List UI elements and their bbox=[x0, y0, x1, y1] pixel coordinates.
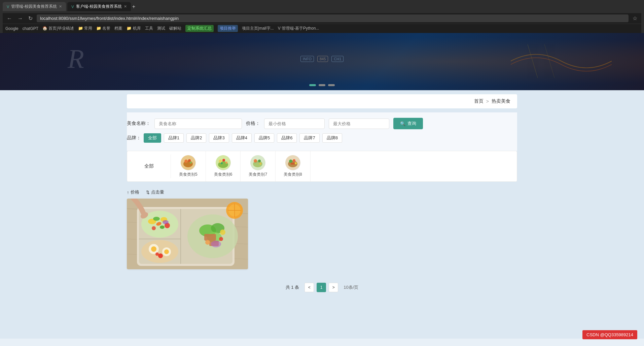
search-icon: 🔍 bbox=[400, 121, 405, 126]
brand-filter-row: 品牌： 全部 品牌1 品牌2 品牌3 品牌4 品牌5 品牌6 品牌7 品牌8 bbox=[127, 133, 517, 143]
svg-point-38 bbox=[152, 226, 156, 230]
svg-rect-54 bbox=[204, 234, 216, 241]
tab-admin[interactable]: V 管理端-校园美食推荐系统 ✕ bbox=[3, 2, 66, 11]
category-item-5[interactable]: 美食类别5 bbox=[171, 151, 206, 181]
back-button[interactable]: ← bbox=[5, 15, 13, 22]
svg-point-48 bbox=[158, 253, 163, 258]
bookmark-crack[interactable]: 破解站 bbox=[169, 26, 181, 31]
bookmark-chatgpt[interactable]: chatGPT bbox=[23, 26, 38, 31]
svg-point-17 bbox=[258, 160, 261, 162]
address-bar-row: ← → ↻ ☆ bbox=[3, 13, 641, 24]
tab-admin-close[interactable]: ✕ bbox=[59, 4, 62, 9]
svg-point-12 bbox=[225, 162, 227, 164]
sort-price-label: 价格 bbox=[131, 189, 139, 195]
bookmark-common[interactable]: 📁 常用 bbox=[78, 26, 92, 31]
category-all[interactable]: 全部 bbox=[127, 154, 171, 178]
food-name-input[interactable] bbox=[154, 118, 242, 129]
search-button[interactable]: 🔍 查询 bbox=[393, 118, 423, 129]
banner-dot-2[interactable] bbox=[319, 84, 325, 86]
svg-point-22 bbox=[293, 159, 295, 162]
tab-client-close[interactable]: ✕ bbox=[124, 4, 127, 9]
sort-clicks-label: 点击量 bbox=[151, 189, 164, 195]
brand-tag-6[interactable]: 品牌6 bbox=[277, 133, 297, 143]
bookmark-home[interactable]: 🏠 首页|毕业稿述 bbox=[42, 26, 74, 31]
category-items: 美食类别5 bbox=[171, 151, 517, 181]
csdn-watermark: CSDN @QQ335989214 bbox=[582, 330, 637, 339]
category-item-6[interactable]: 美食类别6 bbox=[206, 151, 241, 181]
category-img-6 bbox=[216, 155, 231, 170]
svg-point-23 bbox=[295, 162, 297, 164]
breadcrumb-home[interactable]: 首页 bbox=[474, 98, 484, 104]
category-img-8 bbox=[285, 155, 300, 170]
min-price-input[interactable] bbox=[264, 118, 325, 129]
bookmark-google[interactable]: Google bbox=[5, 26, 19, 31]
price-label: 价格： bbox=[246, 120, 260, 127]
category-img-5 bbox=[181, 155, 196, 170]
sort-price[interactable]: ↑ 价格 bbox=[127, 189, 139, 195]
category-grid: 全部 美食类别5 bbox=[127, 151, 517, 181]
bookmarks-bar: Google chatGPT 🏠 首页|毕业稿述 📁 常用 📁 名誉 档案 📁 … bbox=[3, 24, 641, 33]
category-name-7: 美食类别7 bbox=[249, 172, 267, 177]
bookmark-hangar[interactable]: 📁 机库 bbox=[127, 26, 141, 31]
product-card-1[interactable] bbox=[127, 199, 248, 269]
bookmark-custom[interactable]: 定制系统汇总 bbox=[185, 25, 214, 32]
brand-tag-8[interactable]: 品牌8 bbox=[322, 133, 342, 143]
category-img-7 bbox=[250, 155, 265, 170]
brand-tag-1[interactable]: 品牌1 bbox=[164, 133, 184, 143]
max-price-input[interactable] bbox=[329, 118, 389, 129]
tab-admin-label: 管理端-校园美食推荐系统 bbox=[11, 4, 57, 9]
next-page-button[interactable]: > bbox=[329, 283, 338, 292]
banner-dots bbox=[309, 84, 335, 86]
food-name-label: 美食名称： bbox=[127, 120, 150, 127]
svg-point-41 bbox=[160, 226, 165, 229]
bookmark-tools[interactable]: 工具 bbox=[145, 26, 153, 31]
bookmark-project[interactable]: 项目推举 bbox=[218, 25, 238, 32]
svg-text:R: R bbox=[67, 44, 84, 74]
svg-point-45 bbox=[151, 246, 156, 252]
svg-point-16 bbox=[254, 159, 257, 163]
sort-clicks[interactable]: ⇅ 点击量 bbox=[146, 189, 164, 195]
brand-tag-3[interactable]: 品牌3 bbox=[209, 133, 229, 143]
category-name-8: 美食类别8 bbox=[284, 172, 302, 177]
bookmark-file[interactable]: 档案 bbox=[114, 26, 122, 31]
category-item-7[interactable]: 美食类别7 bbox=[241, 151, 276, 181]
product-img-wrap-1 bbox=[127, 199, 248, 269]
page-content: R INFO 845 CH1 首页 > 热卖美食 bbox=[0, 33, 644, 339]
address-input[interactable] bbox=[37, 14, 629, 22]
brand-tag-2[interactable]: 品牌2 bbox=[186, 133, 206, 143]
svg-point-58 bbox=[205, 240, 210, 245]
svg-point-40 bbox=[153, 217, 160, 221]
product-grid bbox=[127, 199, 517, 276]
brand-tag-7[interactable]: 品牌7 bbox=[299, 133, 319, 143]
bookmark-button[interactable]: ☆ bbox=[631, 14, 639, 22]
forward-button[interactable]: → bbox=[16, 15, 24, 22]
search-btn-label: 查询 bbox=[407, 120, 416, 127]
bookmark-name[interactable]: 📁 名誉 bbox=[96, 26, 110, 31]
tab-bar: V 管理端-校园美食推荐系统 ✕ V 客户端-校园美食推荐系统 ✕ + bbox=[3, 2, 641, 11]
page-size-info: 10条/页 bbox=[344, 284, 358, 290]
product-image-1 bbox=[127, 199, 248, 269]
brand-tag-4[interactable]: 品牌4 bbox=[232, 133, 252, 143]
svg-point-6 bbox=[188, 159, 191, 162]
current-page-button[interactable]: 1 bbox=[317, 283, 326, 292]
prev-page-button[interactable]: < bbox=[305, 283, 314, 292]
tab-add-button[interactable]: + bbox=[132, 4, 135, 10]
svg-point-21 bbox=[289, 160, 292, 163]
category-item-8[interactable]: 美食类别8 bbox=[276, 151, 311, 181]
reload-button[interactable]: ↻ bbox=[27, 14, 34, 22]
svg-point-47 bbox=[164, 249, 169, 254]
tab-client[interactable]: V 客户端-校园美食推荐系统 ✕ bbox=[67, 2, 131, 11]
svg-line-1 bbox=[528, 44, 538, 78]
svg-point-11 bbox=[222, 159, 225, 162]
sort-price-icon: ↑ bbox=[127, 190, 129, 195]
banner-dot-1[interactable] bbox=[309, 84, 316, 86]
banner-dot-3[interactable] bbox=[328, 84, 335, 86]
bookmark-test[interactable]: 测试 bbox=[157, 26, 165, 31]
brand-tag-5[interactable]: 品牌5 bbox=[254, 133, 274, 143]
bookmark-mall[interactable]: 项目主页|mall字... bbox=[242, 26, 274, 31]
bookmark-admin-python[interactable]: V 管理端-基于Python... bbox=[278, 26, 319, 31]
brand-tag-all[interactable]: 全部 bbox=[144, 133, 161, 143]
svg-point-57 bbox=[219, 237, 223, 241]
sort-clicks-icon: ⇅ bbox=[146, 190, 150, 195]
total-info: 共 1 条 bbox=[286, 284, 299, 290]
